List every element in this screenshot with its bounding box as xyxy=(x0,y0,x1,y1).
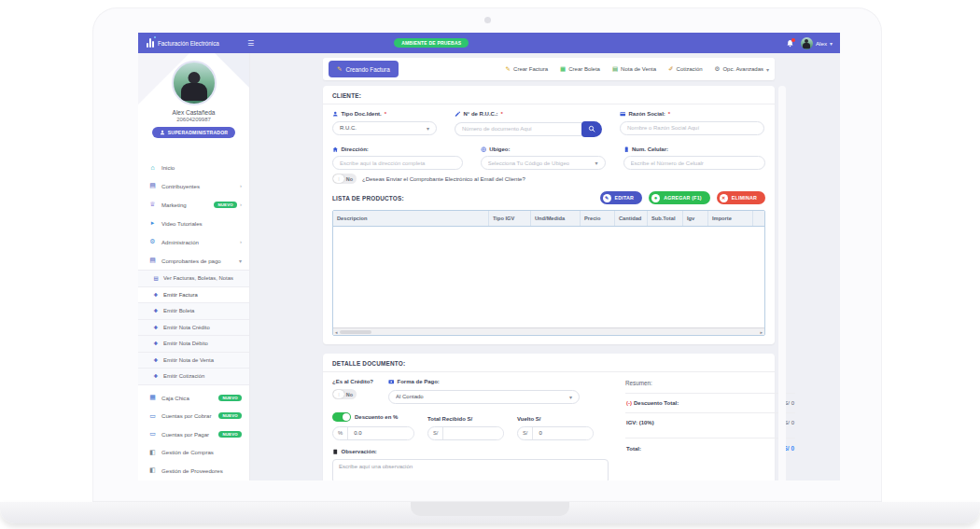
observation-textarea[interactable] xyxy=(332,459,609,480)
chevron-right-icon: › xyxy=(240,183,242,188)
chevron-right-icon: › xyxy=(240,239,242,244)
payment-select[interactable]: Al Contado ▾ xyxy=(388,390,580,404)
observation-label: Observación: xyxy=(342,449,377,454)
topbar: Facturación Electrónica ☰ AMBIENTE DE PR… xyxy=(138,33,840,53)
home-icon xyxy=(332,146,339,153)
crear-boleta-button[interactable]: ▦ Crear Boleta xyxy=(560,65,600,73)
change-input[interactable] xyxy=(533,427,593,439)
received-label: Total Recibido S/ xyxy=(427,416,504,422)
celular-label: Num. Celular: xyxy=(632,146,668,152)
hamburger-menu-icon[interactable]: ☰ xyxy=(247,39,254,48)
chevron-right-icon: › xyxy=(240,202,242,207)
client-card: CLIENTE: Tipo Doc.Ident. * R.U.C. ▾ xyxy=(323,86,775,344)
calculator-icon: ▦ xyxy=(148,394,157,401)
notification-dot xyxy=(791,38,795,42)
creating-factura-button[interactable]: ✎ Creando Factura xyxy=(329,61,399,77)
received-input[interactable] xyxy=(443,427,503,439)
ruc-input[interactable] xyxy=(462,126,575,132)
horizontal-scrollbar[interactable]: ◂ ▸ xyxy=(333,327,764,335)
sidebar-item-gestion-compras[interactable]: ◧ Gestión de Compras xyxy=(138,443,249,462)
razon-social-input[interactable] xyxy=(627,125,757,131)
products-section-title: LISTA DE PRODUCTOS: xyxy=(332,195,404,202)
user-menu[interactable]: Alex ▾ xyxy=(801,37,833,49)
credit-card-icon: ▭ xyxy=(148,430,157,438)
sidebar-item-caja-chica[interactable]: ▦ Caja Chica NUEVO xyxy=(138,389,249,408)
discount-input[interactable] xyxy=(348,427,413,439)
document-type-bar: ✎ Creando Factura ✎ Crear Factura ▦ Crea… xyxy=(323,58,775,80)
scroll-left-icon[interactable]: ◂ xyxy=(335,329,338,335)
credit-toggle[interactable]: | No xyxy=(332,389,357,399)
laptop-base-notch xyxy=(411,502,569,516)
razon-social-label: Razón Social: xyxy=(629,111,665,117)
globe-icon xyxy=(481,146,487,153)
email-toggle[interactable]: | No xyxy=(332,174,357,184)
vertical-scrollbar[interactable] xyxy=(778,86,786,480)
sidebar-item-inicio[interactable]: ⌂ Inicio xyxy=(138,158,249,176)
sidebar-item-gestion-proveedores[interactable]: ◧ Gestión de Proveedores xyxy=(138,462,249,480)
summary-discount-row: (-) Descuento Total: S/ 0 xyxy=(625,393,795,412)
brand[interactable]: Facturación Electrónica xyxy=(147,38,242,48)
environment-badge: AMBIENTE DE PRUEBAS xyxy=(394,38,469,48)
sidebar-subitem-emitir-nota-credito[interactable]: ✚ Emitir Nota Crédito xyxy=(138,320,249,337)
sidebar-subitem-emitir-factura[interactable]: ✚ Emitir Factura xyxy=(138,287,249,304)
sidebar-item-guias-remision[interactable]: ▤ Guías de Remisión › xyxy=(138,480,249,480)
direccion-input[interactable] xyxy=(340,160,455,166)
brand-name: Facturación Electrónica xyxy=(158,40,219,47)
basket-icon: ◧ xyxy=(148,449,157,456)
direccion-label: Dirección: xyxy=(342,146,369,152)
avatar xyxy=(801,37,813,49)
detail-section-title: DETALLE DOCUMENTO: xyxy=(332,360,765,367)
notifications-button[interactable] xyxy=(786,39,794,48)
sidebar-subitem-emitir-cotizacion[interactable]: ✚ Emitir Cotización xyxy=(138,369,249,385)
doc-type-select[interactable]: R.U.C. ▾ xyxy=(332,121,437,135)
change-label: Vuelto S/ xyxy=(517,416,594,422)
sidebar-item-comprobantes[interactable]: ▤ Comprobantes de pago ▾ xyxy=(138,251,249,270)
ubigeo-select[interactable]: Selecciona Tu Código de Ubigeo ▾ xyxy=(481,156,606,170)
celular-input[interactable] xyxy=(631,160,759,166)
sidebar-subitem-emitir-nota-debito[interactable]: ✚ Emitir Nota Débito xyxy=(138,336,249,353)
edit-button[interactable]: ✎ EDITAR xyxy=(600,191,643,204)
search-button[interactable] xyxy=(581,121,602,137)
sidebar: Alex Castañeda 20604209987 SUPERADMINIST… xyxy=(138,53,250,480)
add-button[interactable]: ● AGREGAR (F1) xyxy=(649,191,710,204)
sidebar-subitem-emitir-boleta[interactable]: ✚ Emitir Boleta xyxy=(138,303,249,320)
sidebar-item-cuentas-cobrar[interactable]: ▭ Cuentas por Cobrar NUEVO xyxy=(138,407,249,425)
sidebar-subitem-emitir-nota-venta[interactable]: ✚ Emitir Nota de Venta xyxy=(138,353,249,369)
sidebar-item-video-tutoriales[interactable]: ▸ Video Tutoriales xyxy=(138,214,249,232)
scrollbar-thumb[interactable] xyxy=(340,330,371,334)
video-icon: ▸ xyxy=(148,219,157,227)
chevron-down-icon: ▾ xyxy=(591,160,597,166)
document-icon: ▤ xyxy=(148,257,157,264)
credit-label: ¿Es al Crédito? xyxy=(332,379,373,384)
credit-card-icon: ▭ xyxy=(148,412,157,420)
summary-title: Resumen: xyxy=(625,380,795,386)
pen-icon: ✎ xyxy=(506,65,511,73)
crear-factura-button[interactable]: ✎ Crear Factura xyxy=(506,65,548,73)
pencil-icon: ✎ xyxy=(603,194,611,202)
gear-icon: ⚙ xyxy=(148,238,157,245)
bar-chart-logo-icon xyxy=(147,38,154,48)
detail-card: DETALLE DOCUMENTO: ¿Es al Crédito? | No xyxy=(323,354,775,480)
new-badge: NUEVO xyxy=(218,412,242,419)
avatar xyxy=(172,61,217,105)
nota-de-venta-button[interactable]: ▤ Nota de Venta xyxy=(612,65,656,73)
user-name: Alex xyxy=(816,40,827,47)
id-card-icon xyxy=(620,111,626,118)
role-button[interactable]: SUPERADMINISTRADOR xyxy=(152,127,235,138)
sidebar-item-cuentas-pagar[interactable]: ▭ Cuentas por Pagar NUEVO xyxy=(138,425,249,444)
scroll-right-icon[interactable]: ▸ xyxy=(760,329,763,335)
sidebar-item-marketing[interactable]: ♕ Marketing NUEVO › xyxy=(138,195,249,214)
cotizacion-button[interactable]: ✐ Cotización xyxy=(668,65,702,73)
client-section-title: CLIENTE: xyxy=(332,92,765,99)
person-icon xyxy=(160,130,165,135)
search-icon xyxy=(588,125,595,132)
sidebar-item-administracion[interactable]: ⚙ Administración › xyxy=(138,232,249,251)
new-badge: NUEVO xyxy=(218,431,242,438)
sidebar-item-contribuyentes[interactable]: ▤ Contribuyentes › xyxy=(138,176,249,195)
delete-button[interactable]: ✕ ELIMINAR xyxy=(717,191,765,204)
discount-toggle[interactable] xyxy=(332,412,351,422)
sidebar-subitem-ver-facturas[interactable]: ▤ Ver Facturas, Boletas, Notas xyxy=(138,271,249,287)
document-icon: ▤ xyxy=(152,275,160,281)
opciones-avanzadas-button[interactable]: ⚙ Opc. Avanzadas ▾ xyxy=(715,65,769,73)
money-icon xyxy=(388,379,395,385)
